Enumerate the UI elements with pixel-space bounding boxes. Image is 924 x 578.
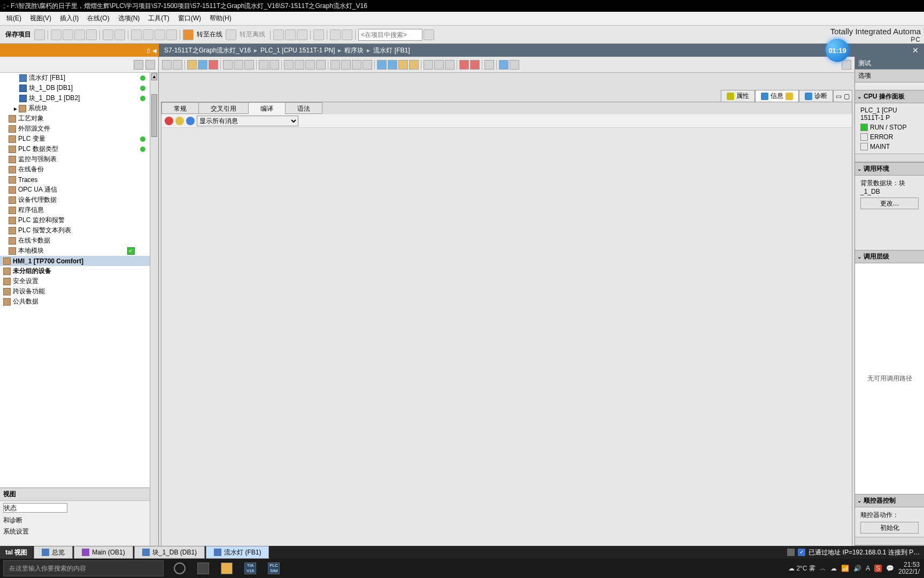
info-filter-icon[interactable] [186, 117, 195, 125]
delete-icon[interactable] [86, 29, 97, 40]
menu-window[interactable]: 窗口(W) [174, 12, 205, 25]
offline-icon[interactable] [226, 29, 236, 40]
tree-item[interactable]: 设备代理数据 [0, 195, 158, 205]
menu-edit[interactable]: 辑(E) [2, 12, 26, 25]
explorer-icon[interactable] [216, 559, 237, 578]
tab-fb1[interactable]: 流水灯 (FB1) [206, 546, 269, 559]
tab-overview[interactable]: 总览 [34, 546, 73, 559]
redo-icon[interactable] [114, 29, 125, 40]
tab-main-ob1[interactable]: Main (OB1) [74, 546, 133, 559]
error-filter-icon[interactable] [165, 117, 173, 125]
paste-icon[interactable] [74, 29, 85, 40]
ed-icon[interactable] [445, 60, 455, 70]
tool-icon[interactable] [273, 29, 284, 40]
ed-icon[interactable] [244, 60, 254, 70]
tree-item[interactable]: 块_1_DB [DB1] [0, 83, 158, 93]
cross-ref-icon[interactable] [313, 29, 324, 40]
ed-icon[interactable] [316, 60, 326, 70]
project-tree[interactable]: 流水灯 [FB1]块_1_DB [DB1]块_1_DB_1 [DB2]▸系统块工… [0, 73, 158, 488]
details-filter-input[interactable] [3, 503, 67, 513]
ed-icon[interactable] [352, 60, 361, 70]
tree-item[interactable]: 跨设备功能 [0, 286, 158, 296]
tray-chevron-icon[interactable]: ︿ [820, 564, 826, 573]
plcsim-icon[interactable]: PLC SIM [263, 559, 284, 578]
tree-item[interactable]: 程序信息 [0, 205, 158, 215]
init-button[interactable]: 初始化 [860, 522, 919, 534]
ed-icon[interactable] [162, 60, 172, 70]
project-search-input[interactable] [358, 29, 422, 41]
expand-icon[interactable]: ▢ [844, 93, 850, 100]
tray-ime-icon[interactable]: A [866, 565, 870, 572]
subtab-compile[interactable]: 编译 [248, 102, 286, 114]
undo-icon[interactable] [103, 29, 113, 40]
collapse-left-icon[interactable]: ◀ [152, 48, 157, 54]
call-env-header[interactable]: 调用环境 [855, 162, 924, 176]
graph-icon[interactable] [183, 29, 194, 40]
ed-icon[interactable] [398, 60, 408, 70]
subtab-crossref[interactable]: 交叉引用 [198, 102, 249, 114]
tree-item[interactable]: 外部源文件 [0, 124, 158, 134]
taskview-icon[interactable] [192, 559, 214, 578]
tree-item[interactable]: 在线卡数据 [0, 235, 158, 246]
weather-widget[interactable]: ☁ 2°C 雾 [788, 564, 815, 573]
h-scrollbar[interactable] [855, 154, 924, 162]
ed-icon[interactable] [459, 60, 469, 70]
ed-icon[interactable] [305, 60, 315, 70]
scroll-thumb[interactable] [151, 94, 157, 137]
tray-notif-icon[interactable]: 💬 [886, 565, 894, 572]
tree-item[interactable]: 本地模块 [0, 246, 158, 256]
tia-portal-icon[interactable]: TIA V16 [240, 559, 261, 578]
tree-item[interactable]: Traces [0, 174, 158, 185]
tab-properties[interactable]: 属性 [721, 90, 755, 102]
tree-item[interactable]: HMI_1 [TP700 Comfort] [0, 256, 158, 266]
ed-icon[interactable] [388, 60, 397, 70]
tray-volume-icon[interactable]: 🔊 [853, 565, 861, 572]
menu-tools[interactable]: 工具(T) [144, 12, 173, 25]
ed-icon[interactable] [424, 60, 433, 70]
menu-view[interactable]: 视图(V) [26, 12, 56, 25]
tree-item[interactable]: OPC UA 通信 [0, 185, 158, 195]
expander-icon[interactable]: ▸ [14, 105, 17, 112]
cortana-icon[interactable] [169, 559, 190, 578]
call-hier-header[interactable]: 调用层级 [855, 250, 924, 263]
tree-item[interactable]: 未分组的设备 [0, 266, 158, 276]
ed-icon[interactable] [234, 60, 243, 70]
portal-view-button[interactable]: tal 视图 [0, 546, 33, 559]
subtab-general[interactable]: 常规 [161, 102, 199, 114]
crumb-project[interactable]: S7-1511T之Graph流水灯_V16 [164, 46, 251, 55]
cpu-panel-header[interactable]: CPU 操作面板 [855, 90, 924, 103]
search-icon[interactable] [424, 29, 434, 40]
tree-item[interactable]: ▸系统块 [0, 103, 158, 113]
tree-item[interactable]: PLC 数据类型 [0, 144, 158, 154]
tool-icon[interactable] [285, 29, 296, 40]
ed-icon[interactable] [499, 60, 509, 70]
tree-item[interactable]: 公共数据 [0, 296, 158, 307]
ed-icon[interactable] [209, 60, 218, 70]
tool-icon[interactable] [297, 29, 307, 40]
tree-item[interactable]: 块_1_DB_1 [DB2] [0, 93, 158, 103]
message-filter-select[interactable]: 显示所有消息 [197, 116, 298, 126]
tab-info[interactable]: 信息 [755, 90, 799, 102]
ed-icon[interactable] [259, 60, 268, 70]
menu-online[interactable]: 在线(O) [83, 12, 113, 25]
ed-icon[interactable] [470, 60, 480, 70]
warning-filter-icon[interactable] [175, 117, 184, 125]
tree-item[interactable]: PLC 报警文本列表 [0, 225, 158, 235]
ed-icon[interactable] [434, 60, 444, 70]
tree-item[interactable]: PLC 监控和报警 [0, 215, 158, 225]
copy-icon[interactable] [63, 29, 73, 40]
change-button[interactable]: 更改… [860, 197, 919, 209]
tab-window-controls[interactable]: ▭▢ [833, 90, 852, 102]
menu-insert[interactable]: 插入(I) [56, 12, 83, 25]
cut-icon[interactable] [51, 29, 61, 40]
split-v-icon[interactable] [342, 29, 352, 40]
ed-icon[interactable] [363, 60, 372, 70]
ed-icon[interactable] [173, 60, 182, 70]
tree-item[interactable]: 安全设置 [0, 276, 158, 286]
close-icon[interactable]: ✕ [912, 46, 919, 55]
collapse-icon[interactable]: ▯ [147, 48, 150, 54]
ed-icon[interactable] [284, 60, 294, 70]
tray-onedrive-icon[interactable]: ☁ [830, 565, 837, 572]
tab-db1[interactable]: 块_1_DB (DB1) [134, 546, 205, 559]
ed-icon[interactable] [198, 60, 207, 70]
